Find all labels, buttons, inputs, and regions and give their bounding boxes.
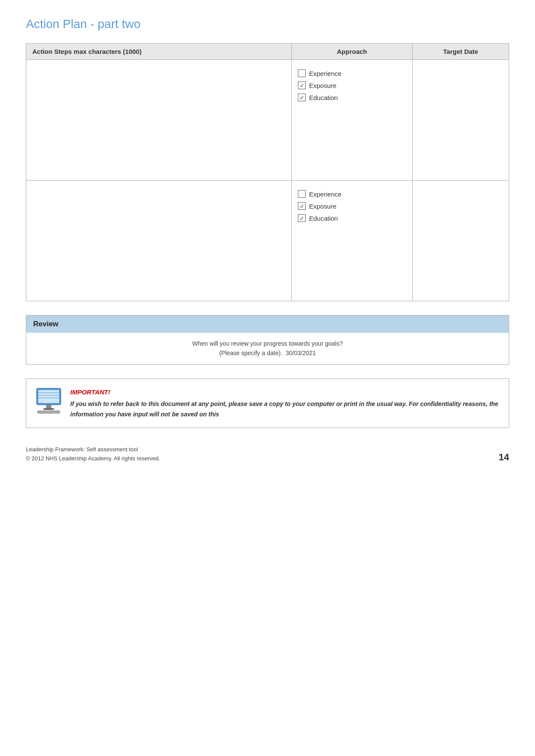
checkbox-item-exposure-row1[interactable]: Exposure — [298, 81, 406, 89]
checkbox-item-exposure-row2[interactable]: Exposure — [298, 202, 406, 210]
checkbox-item-experience-row1[interactable]: Experience — [298, 69, 406, 77]
checkbox-label-exposure-row2: Exposure — [309, 203, 336, 210]
svg-rect-1 — [38, 390, 59, 403]
checkbox-group-2: ExperienceExposureEducation — [298, 188, 406, 222]
review-date[interactable]: 30/03/2021 — [286, 350, 316, 356]
svg-rect-5 — [46, 405, 51, 408]
svg-rect-6 — [44, 408, 54, 410]
page-title: Action Plan - part two — [26, 17, 509, 31]
checkbox-label-education-row1: Education — [309, 94, 338, 101]
footer: Leadership Framework: Self assessment to… — [26, 445, 509, 463]
table-row-1: ExperienceExposureEducation — [26, 60, 509, 181]
checkbox-label-education-row2: Education — [309, 215, 338, 222]
checkbox-item-education-row2[interactable]: Education — [298, 214, 406, 222]
checkbox-label-experience-row1: Experience — [309, 70, 341, 77]
svg-rect-7 — [38, 411, 60, 413]
steps-cell-2[interactable] — [26, 181, 292, 301]
col-header-target: Target Date — [413, 44, 509, 60]
checkbox-item-experience-row2[interactable]: Experience — [298, 190, 406, 198]
table-row-2: ExperienceExposureEducation — [26, 181, 509, 301]
checkbox-education-row1[interactable] — [298, 94, 306, 101]
computer-icon — [35, 387, 63, 414]
checkbox-label-experience-row2: Experience — [309, 191, 341, 198]
footer-left: Leadership Framework: Self assessment to… — [26, 445, 160, 463]
review-label: When will you review your progress towar… — [192, 340, 343, 356]
checkbox-exposure-row1[interactable] — [298, 81, 306, 89]
footer-line1: Leadership Framework: Self assessment to… — [26, 445, 160, 454]
important-box: IMPORTANT! If you wish to refer back to … — [26, 378, 509, 428]
checkbox-experience-row1[interactable] — [298, 69, 306, 77]
approach-cell-1: ExperienceExposureEducation — [292, 60, 413, 181]
checkbox-label-exposure-row1: Exposure — [309, 82, 336, 89]
important-label: IMPORTANT! — [70, 387, 500, 398]
approach-cell-2: ExperienceExposureEducation — [292, 181, 413, 301]
important-text-block: IMPORTANT! If you wish to refer back to … — [70, 387, 500, 420]
checkbox-experience-row2[interactable] — [298, 190, 306, 198]
checkbox-education-row2[interactable] — [298, 214, 306, 222]
review-section: Review When will you review your progres… — [26, 315, 509, 365]
col-header-approach: Approach — [292, 44, 413, 60]
target-date-cell-1[interactable] — [413, 60, 509, 181]
footer-line2: © 2012 NHS Leadership Academy. All right… — [26, 454, 160, 463]
review-body: When will you review your progress towar… — [26, 333, 509, 364]
checkbox-group-1: ExperienceExposureEducation — [298, 68, 406, 101]
col-header-steps: Action Steps max characters (1000) — [26, 44, 292, 60]
checkbox-exposure-row2[interactable] — [298, 202, 306, 210]
steps-cell-1[interactable] — [26, 60, 292, 181]
review-header: Review — [26, 316, 509, 333]
footer-page-number: 14 — [499, 452, 509, 463]
checkbox-item-education-row1[interactable]: Education — [298, 94, 406, 101]
important-body: If you wish to refer back to this docume… — [70, 400, 498, 418]
action-table: Action Steps max characters (1000) Appro… — [26, 43, 509, 301]
target-date-cell-2[interactable] — [413, 181, 509, 301]
